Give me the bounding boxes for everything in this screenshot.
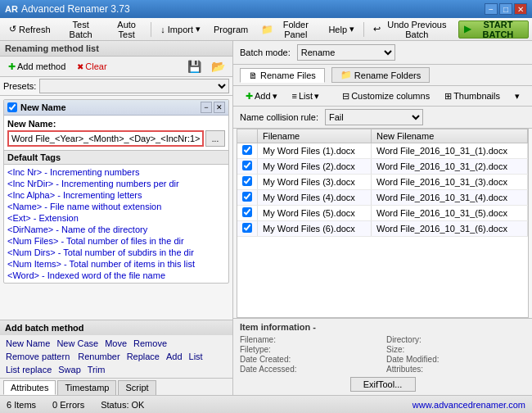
tag-link[interactable]: <Word> - Indexed word of the file name	[7, 270, 225, 281]
batch-method-remove-button[interactable]: Remove	[131, 338, 169, 349]
row-checkbox[interactable]	[242, 161, 252, 170]
window-title: Advanced Renamer 3.73	[21, 3, 130, 15]
table-row[interactable]: My Word Files (2).docx Word File_2016_10…	[237, 159, 528, 175]
table-row[interactable]: My Word Files (5).docx Word File_2016_10…	[237, 206, 528, 221]
batch-method-renumber-button[interactable]: Renumber	[75, 351, 122, 362]
tag-link[interactable]: <Ext> - Extension	[7, 212, 225, 224]
collision-label: Name collision rule:	[240, 112, 318, 122]
separator	[151, 22, 151, 37]
file-table-container[interactable]: Filename New Filename My Word Files (1).…	[237, 129, 529, 318]
menu-icon	[515, 91, 520, 102]
filename-info-label: Filename:	[240, 335, 296, 344]
row-checkbox[interactable]	[242, 176, 252, 186]
batch-method-move-button[interactable]: Move	[102, 338, 129, 349]
new-filename-cell: Word File_2016_10_31_(6).docx	[371, 221, 527, 237]
date-modified-info-value	[442, 355, 525, 364]
card-close-button[interactable]: ✕	[214, 102, 225, 113]
batch-method-add-button[interactable]: Add	[164, 351, 185, 362]
help-button[interactable]: Help ▾	[322, 20, 360, 39]
date-created-info-value	[300, 355, 383, 364]
tab-script[interactable]: Script	[118, 380, 156, 395]
row-checkbox[interactable]	[242, 207, 252, 217]
browse-button[interactable]: ...	[205, 130, 225, 147]
item-info-grid: Filename: Directory: Filetype: Size: Dat…	[240, 335, 525, 374]
tag-link[interactable]: <Num Dirs> - Total number of subdirs in …	[7, 247, 225, 258]
new-filename-cell: Word File_2016_10_31_(4).docx	[371, 190, 527, 206]
rename-folders-button[interactable]: 📁 Rename Folders	[331, 67, 430, 83]
maximize-button[interactable]: □	[499, 3, 512, 15]
batch-method-list-button[interactable]: List	[187, 351, 205, 362]
close-button[interactable]: ✕	[514, 3, 527, 15]
card-header: New Name − ✕	[4, 100, 228, 116]
row-checkbox-cell	[237, 175, 258, 190]
batch-method-new-case-button[interactable]: New Case	[54, 338, 101, 349]
undo-icon	[373, 24, 381, 34]
tag-link[interactable]: <Num Files> - Total number of files in t…	[7, 235, 225, 247]
filename-cell: My Word Files (1).docx	[258, 143, 372, 159]
presets-select[interactable]	[39, 79, 229, 93]
undo-batch-button[interactable]: Undo Previous Batch	[367, 20, 457, 39]
tag-link[interactable]: <Name> - File name without extension	[7, 201, 225, 212]
main-container: Renaming method list Add method Clear 💾 …	[0, 41, 532, 395]
filename-info-value	[300, 335, 383, 344]
clear-button[interactable]: Clear	[72, 58, 111, 75]
start-batch-button[interactable]: START BATCH	[458, 20, 529, 39]
table-row[interactable]: My Word Files (4).docx Word File_2016_10…	[237, 190, 528, 206]
new-name-input[interactable]	[7, 130, 204, 147]
row-checkbox-cell	[237, 221, 258, 237]
tag-link[interactable]: <DirName> - Name of the directory	[7, 224, 225, 235]
view-options-button[interactable]	[509, 88, 525, 104]
save-preset-button[interactable]: 💾	[183, 58, 205, 75]
filename-cell: My Word Files (6).docx	[258, 221, 372, 237]
add-method-button[interactable]: Add method	[3, 58, 70, 75]
thumbnails-button[interactable]: Thumbnails	[439, 88, 506, 104]
new-filename-cell: Word File_2016_10_31_(3).docx	[371, 175, 527, 190]
batch-mode-select[interactable]: Rename	[297, 44, 395, 61]
date-created-info-label: Date Created:	[240, 355, 296, 364]
rename-files-button[interactable]: 🗎 Rename Files	[240, 68, 325, 83]
row-checkbox-cell	[237, 159, 258, 175]
batch-method-replace-button[interactable]: Replace	[124, 351, 162, 362]
exiftool-button[interactable]: ExifTool...	[350, 377, 416, 392]
table-row[interactable]: My Word Files (3).docx Word File_2016_10…	[237, 175, 528, 190]
batch-mode-row: Batch mode: Rename	[233, 41, 532, 65]
tag-link[interactable]: <Inc Nr> - Incrementing numbers	[7, 166, 225, 178]
row-checkbox[interactable]	[242, 223, 252, 233]
customize-columns-button[interactable]: Customize columns	[336, 88, 435, 104]
batch-method-buttons: New NameNew CaseMoveRemoveRemove pattern…	[0, 335, 232, 378]
toolbar: Refresh Test Batch Auto Test Import ▾ Pr…	[0, 18, 532, 41]
card-minimize-button[interactable]: −	[201, 102, 212, 113]
test-batch-button[interactable]: Test Batch	[58, 20, 104, 39]
row-checkbox[interactable]	[242, 192, 252, 202]
tag-link[interactable]: <Inc Alpha> - Incrementing letters	[7, 189, 225, 201]
batch-method-remove-pattern-button[interactable]: Remove pattern	[3, 351, 72, 362]
list-button[interactable]: List ▾	[286, 88, 326, 104]
collision-select[interactable]: Fail Skip Overwrite	[325, 109, 423, 125]
load-preset-button[interactable]: 📂	[207, 58, 229, 75]
file-table: Filename New Filename My Word Files (1).…	[237, 129, 528, 237]
batch-method-new-name-button[interactable]: New Name	[3, 338, 52, 349]
batch-method-trim-button[interactable]: Trim	[85, 364, 108, 375]
folder-panel-button[interactable]: Folder Panel	[255, 20, 321, 39]
refresh-button[interactable]: Refresh	[3, 20, 56, 39]
website-link[interactable]: www.advancedrenamer.com	[413, 400, 525, 410]
import-button[interactable]: Import ▾	[155, 20, 206, 39]
tag-link[interactable]: <Inc NrDir> - Incrementing numbers per d…	[7, 178, 225, 189]
tab-timestamp[interactable]: Timestamp	[57, 380, 116, 395]
left-panel: Renaming method list Add method Clear 💾 …	[0, 41, 233, 395]
tab-attributes[interactable]: Attributes	[3, 380, 56, 395]
minimize-button[interactable]: −	[485, 3, 498, 15]
auto-test-button[interactable]: Auto Test	[106, 20, 148, 39]
add-files-button[interactable]: Add ▾	[240, 88, 283, 104]
status-errors: 0 Errors	[52, 400, 84, 410]
batch-method-swap-button[interactable]: Swap	[56, 364, 83, 375]
table-row[interactable]: My Word Files (1).docx Word File_2016_10…	[237, 143, 528, 159]
batch-method-list-replace-button[interactable]: List replace	[3, 364, 54, 375]
rename-files-icon: 🗎	[249, 70, 258, 80]
item-info: Item information - Filename: Directory: …	[233, 318, 532, 395]
tag-link[interactable]: <Num Items> - Total number of items in t…	[7, 258, 225, 270]
row-checkbox[interactable]	[242, 145, 252, 155]
card-enable-checkbox[interactable]	[7, 102, 17, 112]
program-button[interactable]: Program	[208, 20, 254, 39]
table-row[interactable]: My Word Files (6).docx Word File_2016_10…	[237, 221, 528, 237]
